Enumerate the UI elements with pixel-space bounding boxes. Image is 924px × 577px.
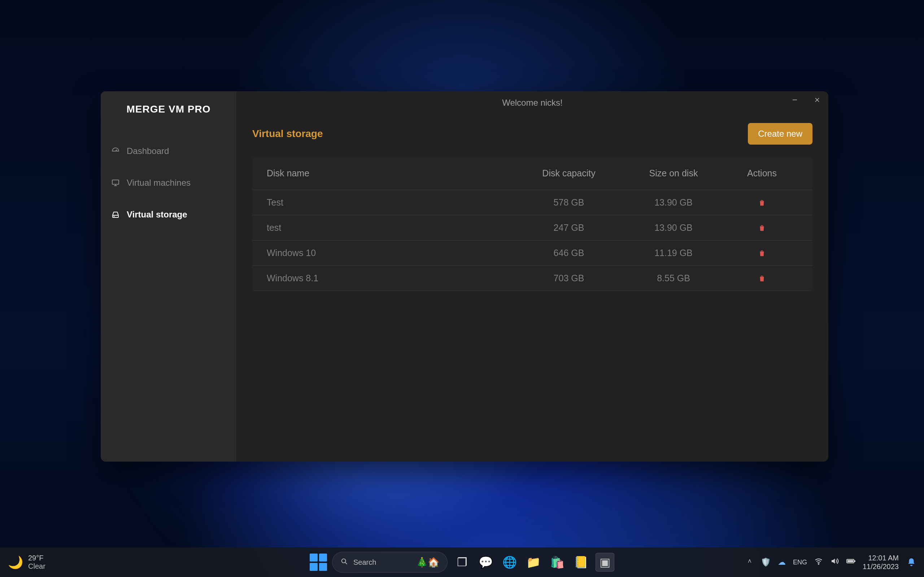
table-header-row: Disk name Disk capacity Size on disk Act… <box>252 157 813 190</box>
weather-temp: 29°F <box>28 554 45 562</box>
page-title: Virtual storage <box>252 128 323 140</box>
taskbar: 🌙 29°F Clear Search 🎄🏠 ❐ 💬 🌐 📁 🛍️ 📒 ▣ ＾ … <box>0 548 924 577</box>
storage-table: Disk name Disk capacity Size on disk Act… <box>252 157 813 291</box>
taskbar-app-mergevm[interactable]: ▣ <box>596 553 614 572</box>
cell-size: 11.19 GB <box>621 248 726 258</box>
sidebar-item-label: Dashboard <box>127 146 169 156</box>
search-highlights-icon: 🎄🏠 <box>416 557 439 568</box>
svg-rect-11 <box>848 560 853 562</box>
table-row: Windows 8.1 703 GB 8.55 GB <box>252 266 813 291</box>
notifications-button[interactable] <box>905 556 918 568</box>
col-disk-name: Disk name <box>267 168 517 179</box>
hdd-icon <box>111 210 120 219</box>
app-window: MERGE VM PRO Dashboard Virtual machines … <box>101 91 828 462</box>
tray-overflow-icon[interactable]: ＾ <box>746 557 754 567</box>
tray-volume-icon[interactable] <box>830 557 839 567</box>
tray-language-icon[interactable]: ENG <box>793 559 807 566</box>
delete-button[interactable] <box>758 224 766 232</box>
tray-wifi-icon[interactable] <box>814 557 823 567</box>
clock-time: 12:01 AM <box>863 554 899 562</box>
create-new-button[interactable]: Create new <box>748 123 813 145</box>
cell-capacity: 247 GB <box>517 222 621 233</box>
cell-name: Windows 8.1 <box>267 273 517 284</box>
taskbar-app-notes[interactable]: 📒 <box>572 553 591 572</box>
svg-line-7 <box>346 562 347 564</box>
table-row: Test 578 GB 13.90 GB <box>252 190 813 215</box>
cell-size: 8.55 GB <box>621 273 726 284</box>
gauge-icon <box>111 147 120 156</box>
tray-onedrive-icon[interactable]: ☁ <box>778 558 786 567</box>
col-size-on-disk: Size on disk <box>621 168 726 179</box>
tray-battery-icon[interactable] <box>846 557 856 567</box>
moon-icon: 🌙 <box>8 555 23 569</box>
svg-rect-0 <box>112 180 119 184</box>
table-row: Windows 10 646 GB 11.19 GB <box>252 240 813 266</box>
cell-name: Windows 10 <box>267 248 517 258</box>
cell-capacity: 578 GB <box>517 197 621 208</box>
sidebar-item-dashboard[interactable]: Dashboard <box>101 135 236 167</box>
taskbar-app-store[interactable]: 🛍️ <box>548 553 567 572</box>
weather-condition: Clear <box>28 562 45 571</box>
taskbar-app-teams[interactable]: 💬 <box>477 553 495 572</box>
cell-capacity: 646 GB <box>517 248 621 258</box>
cell-size: 13.90 GB <box>621 197 726 208</box>
window-minimize-button[interactable] <box>783 91 806 108</box>
taskbar-weather[interactable]: 🌙 29°F Clear <box>0 554 45 571</box>
svg-point-8 <box>818 564 819 564</box>
start-button[interactable] <box>310 554 327 571</box>
svg-rect-1 <box>113 215 118 218</box>
cell-size: 13.90 GB <box>621 222 726 233</box>
table-row: test 247 GB 13.90 GB <box>252 215 813 240</box>
col-actions: Actions <box>726 168 798 179</box>
taskbar-search[interactable]: Search 🎄🏠 <box>332 552 447 573</box>
app-brand: MERGE VM PRO <box>101 103 236 115</box>
taskbar-clock[interactable]: 12:01 AM 11/26/2023 <box>863 554 899 571</box>
sidebar-item-virtual-storage[interactable]: Virtual storage <box>101 199 236 230</box>
app-sidebar: MERGE VM PRO Dashboard Virtual machines … <box>101 91 236 462</box>
taskbar-app-edge[interactable]: 🌐 <box>500 553 519 572</box>
svg-rect-10 <box>855 561 855 562</box>
delete-button[interactable] <box>758 249 766 258</box>
clock-date: 11/26/2023 <box>863 562 899 571</box>
svg-point-6 <box>342 559 346 562</box>
title-bar: Welcome nicks! <box>236 91 828 114</box>
taskbar-task-view[interactable]: ❐ <box>452 553 472 572</box>
welcome-text: Welcome nicks! <box>502 98 563 108</box>
cell-name: test <box>267 222 517 233</box>
col-disk-capacity: Disk capacity <box>517 168 621 179</box>
tray-security-icon[interactable]: 🛡️ <box>761 558 771 567</box>
delete-button[interactable] <box>758 274 766 283</box>
svg-point-2 <box>114 216 114 216</box>
app-main: Welcome nicks! Virtual storage Create ne… <box>236 91 828 462</box>
sidebar-item-virtual-machines[interactable]: Virtual machines <box>101 167 236 199</box>
taskbar-app-explorer[interactable]: 📁 <box>524 553 543 572</box>
delete-button[interactable] <box>758 198 766 207</box>
search-placeholder: Search <box>353 558 376 567</box>
search-icon <box>340 558 348 567</box>
sidebar-item-label: Virtual storage <box>127 210 187 220</box>
sidebar-item-label: Virtual machines <box>127 178 191 188</box>
cell-name: Test <box>267 197 517 208</box>
window-close-button[interactable] <box>806 91 828 108</box>
monitor-icon <box>111 178 120 187</box>
cell-capacity: 703 GB <box>517 273 621 284</box>
